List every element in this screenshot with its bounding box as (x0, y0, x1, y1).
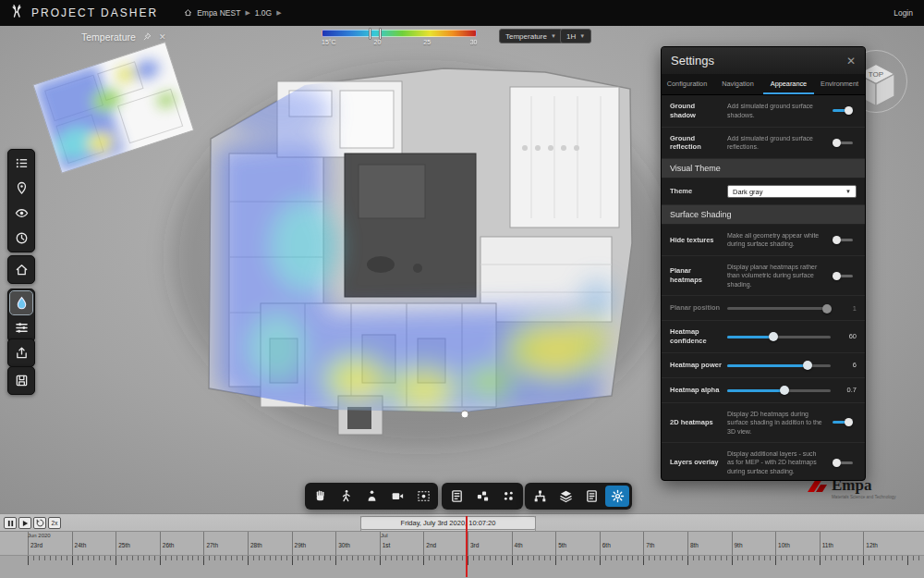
section-surface-shading: Surface Shading (662, 205, 865, 225)
viewer-canvas[interactable]: Temperature ✕ 15°C 20 25 30 Temperature … (0, 26, 924, 513)
export-share-button[interactable] (10, 341, 32, 364)
secondary-floorplan[interactable] (33, 43, 194, 173)
history-clock-button[interactable] (10, 227, 32, 250)
chevron-right-icon: ▶ (276, 9, 281, 17)
camera-tool[interactable] (385, 486, 409, 507)
surface-shading-droplet-button[interactable] (10, 291, 32, 314)
dasher-deer-logo-icon (9, 4, 24, 22)
day-tick: 29th (292, 532, 336, 548)
settings-gear-button[interactable] (605, 486, 629, 507)
visibility-eye-button[interactable] (10, 202, 32, 225)
chevron-right-icon: ▶ (245, 9, 249, 17)
setting-label: Ground reflection (670, 134, 722, 153)
planar-position-slider[interactable] (727, 302, 831, 314)
close-layer-icon[interactable]: ✕ (159, 32, 166, 42)
setting-desc: Make all geometry appear white during su… (727, 231, 823, 249)
pods-tool[interactable] (470, 486, 494, 507)
setting-label: Heatmap power (670, 361, 722, 370)
play-button[interactable] (18, 517, 31, 529)
setting-label: Theme (670, 187, 722, 196)
sensor-type-dropdown[interactable]: Temperature ▼ (499, 29, 563, 43)
timeline-playhead[interactable] (466, 516, 468, 577)
day-tick: 10th (775, 532, 820, 548)
home-view-button[interactable] (10, 258, 32, 281)
heatmap-confidence-slider[interactable] (727, 331, 831, 342)
setting-row-hide-textures: Hide textures Make all geometry appear w… (662, 225, 865, 256)
pan-hand-tool[interactable] (308, 486, 332, 507)
report-tool[interactable] (579, 486, 603, 507)
login-button[interactable]: Login (894, 8, 913, 18)
2d-heatmaps-toggle[interactable] (833, 418, 853, 427)
levels-sliders-button[interactable] (10, 316, 32, 339)
heatmap-alpha-slider[interactable] (727, 385, 831, 396)
pause-button[interactable] (4, 517, 17, 529)
tab-environment[interactable]: Environment (814, 74, 865, 94)
setting-row-theme: Theme Dark gray ▼ (662, 178, 865, 205)
settings-body[interactable]: Ground shadow Add simulated ground surfa… (662, 95, 865, 480)
setting-row-ground-reflection: Ground reflection Add simulated ground s… (662, 128, 865, 160)
interval-dropdown[interactable]: 1H ▼ (560, 29, 591, 43)
day-tick: 23rd (28, 532, 72, 548)
timeline-hour-ruler[interactable] (0, 555, 924, 578)
ground-shadow-toggle[interactable] (833, 106, 853, 116)
settings-header[interactable]: Settings ✕ (662, 47, 865, 74)
hide-textures-toggle[interactable] (833, 235, 853, 244)
settings-close-icon[interactable]: ✕ (846, 55, 856, 68)
theme-select[interactable]: Dark gray ▼ (727, 185, 857, 198)
pin-icon[interactable] (143, 32, 152, 43)
tab-appearance[interactable]: Appearance (763, 74, 814, 94)
walk-tool[interactable] (334, 486, 358, 507)
tab-navigation[interactable]: Navigation (712, 74, 763, 94)
setting-row-heatmap-alpha: Heatmap alpha 0.7 (662, 378, 865, 403)
cursor-sensor-marker (461, 411, 468, 418)
sensor-points-tool[interactable] (496, 486, 520, 507)
breadcrumb-project[interactable]: Empa NEST (197, 8, 240, 18)
timeline-panel[interactable]: 2x Friday, July 3rd 2020, 10:07:20 Jun 2… (0, 513, 924, 578)
day-tick: 3rd (468, 532, 512, 548)
sensor-pins-button[interactable] (10, 177, 32, 200)
model-structure-tool[interactable] (528, 486, 552, 507)
ground-reflection-toggle[interactable] (833, 138, 853, 147)
breadcrumb-level[interactable]: 1.0G (255, 8, 272, 18)
save-state-button[interactable] (10, 369, 32, 392)
day-tick: 5th (555, 532, 600, 548)
heatmap-power-slider[interactable] (727, 360, 831, 371)
screenshot-tool[interactable] (411, 486, 435, 507)
day-tick: 7th (643, 532, 687, 548)
legend-list-button[interactable] (10, 152, 32, 175)
setting-label: Heatmap confidence (670, 327, 722, 346)
setting-label: Planar position (670, 303, 722, 313)
temperature-legend: 15°C 20 25 30 (322, 30, 477, 54)
setting-row-ground-shadow: Ground shadow Add simulated ground surfa… (662, 95, 865, 128)
setting-value: 1 (836, 304, 857, 313)
day-tick: 12th (863, 532, 907, 548)
loop-button[interactable] (33, 517, 46, 529)
setting-label: Planar heatmaps (670, 266, 722, 285)
day-tick: 1st (380, 532, 424, 548)
layers-tool[interactable] (553, 486, 578, 507)
layers-overlay-toggle[interactable] (833, 458, 853, 467)
day-tick: 30th (335, 532, 380, 548)
sheets-tool[interactable] (444, 486, 468, 507)
breadcrumb: Empa NEST ▶ 1.0G ▶ (184, 8, 281, 18)
speed-button[interactable]: 2x (48, 517, 61, 529)
day-tick: 2nd (423, 532, 468, 548)
playback-controls: 2x (4, 517, 61, 529)
timeline-day-ruler[interactable]: Jun 2020 Jul 23rd 24th 25th 26th 27th 28… (0, 531, 924, 555)
planar-heatmaps-toggle[interactable] (833, 271, 853, 280)
first-person-tool[interactable] (359, 486, 383, 507)
app-title: PROJECT DASHER (31, 6, 158, 19)
top-bar: PROJECT DASHER Empa NEST ▶ 1.0G ▶ Login (0, 0, 924, 26)
shading-tools-group (7, 289, 35, 342)
day-tick: 4th (512, 532, 556, 548)
tab-configuration[interactable]: Configuration (662, 74, 712, 94)
panels-toolbar (525, 483, 632, 510)
home-group (7, 255, 35, 284)
sensor-type-value: Temperature (505, 32, 547, 41)
current-datetime-display[interactable]: Friday, July 3rd 2020, 10:07:20 (360, 516, 536, 530)
home-icon[interactable] (184, 8, 192, 18)
setting-desc: Add simulated ground surface reflections… (727, 134, 823, 152)
setting-value: 60 (836, 332, 857, 340)
chevron-down-icon: ▼ (579, 33, 585, 39)
legend-tick: 30 (470, 39, 478, 45)
